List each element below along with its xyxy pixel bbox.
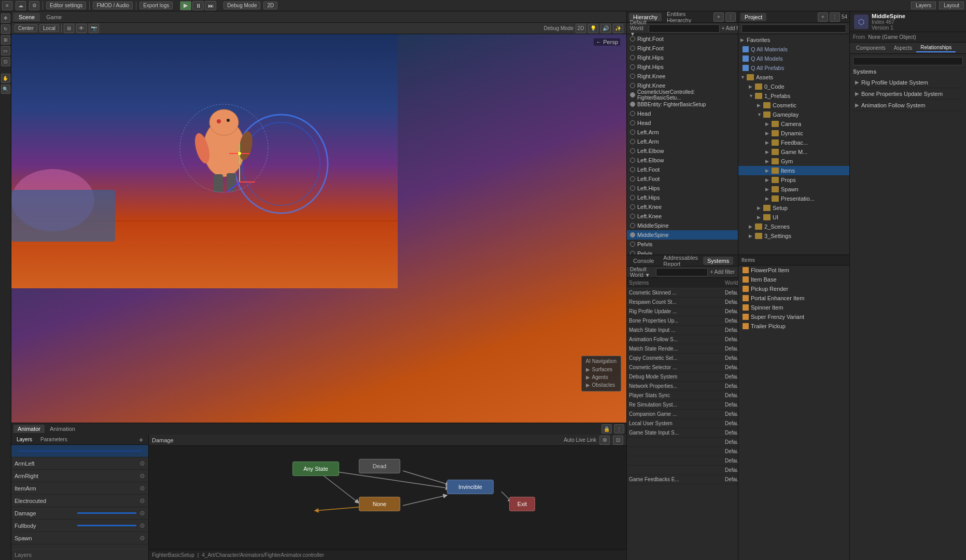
system-row-17[interactable]: Default World Tuatara.Presentation [627,447,738,456]
animation-tab[interactable]: Animation [46,425,79,433]
system-row-14[interactable]: Local User System Default World Tuatara.… [627,419,738,428]
audio-btn[interactable]: 🔊 [600,24,611,33]
2scenes-item[interactable]: ▶ 2_Scenes [738,222,849,231]
insp-aspects-tab[interactable]: Aspects [890,44,917,52]
scene-tab[interactable]: Scene [13,13,40,21]
nav-obstacles[interactable]: ▶ Obstacles [586,381,617,389]
hier-right-foot-2[interactable]: Right.Foot [627,44,738,53]
system-row-2[interactable]: Rig Profile Update ... Default World Tua… [627,307,738,316]
inspector-search[interactable] [853,57,963,65]
layers-subtab-layers[interactable]: Layers [15,436,34,443]
hier-pelvis-1[interactable]: Pelvis [627,240,738,249]
tool-scale[interactable]: ⊞ [1,35,10,45]
system-row-7[interactable]: Copy Cosmetic Sel... Default World Tuata… [627,354,738,363]
system-row-11[interactable]: Player Stats Sync Default World Tuatara.… [627,391,738,400]
debug-mode-btn[interactable]: Debug Mode [223,2,260,9]
ui-item[interactable]: ▶ UI [738,213,849,222]
system-row-12[interactable]: Re Simulation Syst... Default World Tuat… [627,400,738,410]
cloud-icon[interactable]: ☁ [16,1,26,10]
spawn-item[interactable]: ▶ Spawn [738,185,849,194]
insp-relationships-tab[interactable]: Relationships [916,44,956,52]
3settings-item[interactable]: ▶ 3_Settings [738,231,849,241]
system-row-4[interactable]: Match State Input ... Default World Tuat… [627,326,738,335]
none-state-node[interactable]: None [359,497,400,511]
col-world[interactable]: World [723,280,738,286]
hier-right-hips-2[interactable]: Right.Hips [627,62,738,72]
layer-item-6[interactable]: Spawn ⚙ [11,532,148,544]
animator-expand-btn[interactable]: ⊡ [613,436,623,445]
console-add-filter[interactable]: + Add filter [710,269,735,275]
step-button[interactable]: ⏭ [205,1,216,10]
proj-plus-btn[interactable]: + [818,12,828,22]
layer-item-2[interactable]: ItemArm ⚙ [11,482,148,495]
feedbac-item[interactable]: ▶ Feedbac... [738,138,849,147]
all-materials-item[interactable]: Q All Materials [738,45,849,54]
hier-left-hips-1[interactable]: Left.Hips [627,184,738,193]
pickup-render-item[interactable]: Pickup Render [738,284,849,293]
layer-gear-0[interactable]: ⚙ [139,460,145,467]
pause-button[interactable]: ⏸ [192,1,204,10]
hier-head-2[interactable]: Head [627,118,738,128]
nav-surfaces[interactable]: ▶ Surfaces [586,366,617,373]
hier-left-knee-1[interactable]: Left.Knee [627,202,738,212]
nav-agents[interactable]: ▶ Agents [586,373,617,381]
presentatio-item[interactable]: ▶ Presentatio... [738,194,849,203]
fmod-audio-btn[interactable]: FMOD / Audio [93,2,133,9]
layer-gear-4[interactable]: ⚙ [139,510,145,517]
play-button[interactable]: ▶ [180,1,191,10]
light-btn[interactable]: 💡 [588,24,598,33]
hier-left-knee-2[interactable]: Left.Knee [627,212,738,221]
systems-tab[interactable]: Systems [703,257,733,265]
console-search[interactable] [656,268,708,276]
all-prefabs-item[interactable]: Q All Prefabs [738,63,849,73]
console-tab[interactable]: Console [629,257,658,265]
layer-gear-5[interactable]: ⚙ [139,522,145,529]
spinner-item[interactable]: Spinner Item [738,303,849,312]
2d-btn[interactable]: 2D [263,2,277,9]
animator-lock-btn[interactable]: 🔒 [601,424,612,433]
items-folder-item[interactable]: ▶ Items [738,166,849,175]
hier-right-hips-1[interactable]: Right.Hips [627,53,738,62]
grid-btn[interactable]: ⊞ [64,24,74,33]
0code-item[interactable]: ▶ 0_Code [738,82,849,91]
animator-tab[interactable]: Animator [13,425,45,433]
tool-move[interactable]: ✥ [1,13,10,23]
addressables-tab[interactable]: Addressables Report [659,254,702,268]
hier-left-hips-2[interactable]: Left.Hips [627,193,738,202]
center-btn[interactable]: Center [15,24,37,32]
dead-state-node[interactable]: Dead [359,459,400,473]
camera-btn[interactable]: 📷 [89,24,99,33]
system-row-9[interactable]: Debug Mode System Default World Tuatara.… [627,372,738,382]
2d-view-btn[interactable]: 2D [576,24,586,33]
cosmetic-item[interactable]: ▶ Cosmetic [738,101,849,110]
fx-btn[interactable]: ✨ [613,24,623,33]
project-tab[interactable]: Project [740,13,766,21]
game-tab[interactable]: Game [41,13,67,21]
tool-rotate[interactable]: ↻ [1,24,10,34]
system-row-18[interactable]: Default World Tuatara.Gameplay 5 [627,456,738,466]
1prefabs-item[interactable]: ▼ 1_Prefabs [738,91,849,101]
layer-gear-3[interactable]: ⚙ [139,497,145,505]
system-row-5[interactable]: Animation Follow S... Default World Tuat… [627,335,738,344]
col-systems[interactable]: Systems [627,280,723,286]
layer-gear-6[interactable]: ⚙ [139,535,145,542]
add-layer-btn[interactable]: + [137,436,145,444]
local-btn[interactable]: Local [39,24,59,32]
hier-left-foot-2[interactable]: Left.Foot [627,174,738,184]
hier-left-arm-2[interactable]: Left.Arm [627,137,738,146]
exit-state-node[interactable]: Exit [509,497,535,511]
assets-header[interactable]: ▼ Assets [738,73,849,82]
layout-dropdown[interactable]: Layout [939,2,964,9]
editor-settings-btn[interactable]: Editor settings [46,2,86,9]
layer-gear-1[interactable]: ⚙ [139,472,145,480]
camera-item[interactable]: ▶ Camera [738,119,849,129]
invincible-state-node[interactable]: Invincible [447,480,494,494]
system-row-16[interactable]: Default World Tuatara.Gameplay [627,438,738,447]
proj-more-btn[interactable]: ⋮ [830,12,840,22]
system-row-1[interactable]: Respawn Count St... Default World Tuatar… [627,298,738,307]
any-state-node[interactable]: Any State [292,461,339,476]
animator-more-btn[interactable]: ⋮ [614,424,624,433]
hier-right-foot-1[interactable]: Right.Foot [627,34,738,44]
layer-gear-2[interactable]: ⚙ [139,485,145,492]
portal-enhancer-item[interactable]: Portal Enhancer Item [738,293,849,303]
